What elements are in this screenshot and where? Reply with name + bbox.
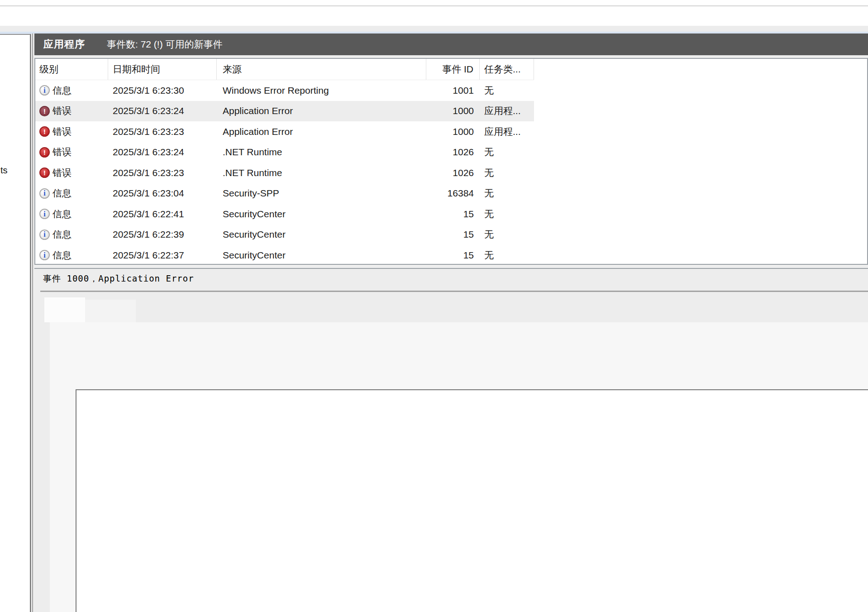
info-icon: i xyxy=(39,85,50,96)
column-header-task[interactable]: 任务类... xyxy=(480,59,534,80)
info-icon: i xyxy=(39,188,50,199)
event-details-pane: 事件 1000，Application Error xyxy=(34,268,868,612)
event-source: Security-SPP xyxy=(217,188,426,199)
column-header-datetime[interactable]: 日期和时间 xyxy=(108,59,217,80)
event-task-category: 无 xyxy=(480,187,534,200)
general-tab-content xyxy=(50,322,868,612)
error-icon: ! xyxy=(39,147,50,158)
general-line xyxy=(80,439,868,460)
event-source: SecurityCenter xyxy=(217,209,426,220)
general-line xyxy=(80,545,868,566)
event-datetime: 2025/3/1 6:23:04 xyxy=(108,188,217,199)
event-table-header: 级别 日期和时间 来源 事件 ID 任务类... xyxy=(35,59,534,80)
event-table-body: i 信息 2025/3/1 6:23:30 Windows Error Repo… xyxy=(35,80,534,265)
toolbar-strip xyxy=(0,26,868,32)
level-label: 信息 xyxy=(52,208,72,220)
table-row[interactable]: ! 错误 2025/3/1 6:23:23 Application Error … xyxy=(35,121,534,142)
general-line xyxy=(80,460,868,481)
level-label: 信息 xyxy=(52,84,72,97)
event-datetime: 2025/3/1 6:23:23 xyxy=(108,167,217,178)
general-line xyxy=(80,417,868,439)
event-detail-title: 事件 1000，Application Error xyxy=(43,273,194,285)
general-lines xyxy=(76,390,868,612)
detail-tab[interactable] xyxy=(44,297,85,322)
level-label: 信息 xyxy=(52,228,72,241)
level-cell: i 信息 xyxy=(35,249,108,262)
column-header-level[interactable]: 级别 xyxy=(35,59,108,80)
event-id: 1026 xyxy=(426,167,480,178)
info-icon: i xyxy=(39,209,50,219)
general-line xyxy=(80,524,868,545)
event-datetime: 2025/3/1 6:22:39 xyxy=(108,229,217,240)
level-cell: i 信息 xyxy=(35,208,108,220)
event-task-category: 应用程... xyxy=(480,105,534,117)
event-id: 1001 xyxy=(426,85,480,96)
level-label: 信息 xyxy=(52,249,72,262)
error-icon: ! xyxy=(39,167,50,178)
level-cell: ! 错误 xyxy=(35,146,108,158)
general-line xyxy=(80,502,868,524)
tree-item-label-fragment[interactable]: ts xyxy=(0,165,8,176)
event-source: .NET Runtime xyxy=(217,147,426,158)
log-header-bar: 应用程序 事件数: 72 (!) 可用的新事件 xyxy=(34,33,868,55)
event-datetime: 2025/3/1 6:23:23 xyxy=(108,126,217,137)
table-row[interactable]: ! 错误 2025/3/1 6:23:23 .NET Runtime 1026 … xyxy=(35,163,534,183)
general-text-box[interactable] xyxy=(76,389,868,612)
log-event-count-status: 事件数: 72 (!) 可用的新事件 xyxy=(107,38,223,51)
level-label: 错误 xyxy=(52,125,72,138)
table-row[interactable]: i 信息 2025/3/1 6:22:37 SecurityCenter 15 … xyxy=(35,245,534,265)
event-task-category: 无 xyxy=(480,84,534,97)
column-header-event-id[interactable]: 事件 ID xyxy=(426,59,480,80)
info-icon: i xyxy=(39,250,50,260)
level-cell: i 信息 xyxy=(35,187,108,200)
event-task-category: 无 xyxy=(480,228,534,241)
event-id: 1000 xyxy=(426,126,480,137)
event-id: 15 xyxy=(426,250,480,261)
detail-divider xyxy=(40,291,868,292)
level-label: 错误 xyxy=(52,167,72,179)
general-line xyxy=(80,396,868,417)
level-label: 错误 xyxy=(52,105,72,117)
event-task-category: 应用程... xyxy=(480,125,534,138)
level-cell: ! 错误 xyxy=(35,105,108,117)
table-row[interactable]: i 信息 2025/3/1 6:22:39 SecurityCenter 15 … xyxy=(35,225,534,245)
table-row[interactable]: i 信息 2025/3/1 6:23:04 Security-SPP 16384… xyxy=(35,183,534,204)
event-datetime: 2025/3/1 6:23:30 xyxy=(108,85,217,96)
table-row[interactable]: ! 错误 2025/3/1 6:23:24 Application Error … xyxy=(35,101,534,122)
level-cell: ! 错误 xyxy=(35,125,108,138)
info-icon: i xyxy=(39,230,50,240)
event-id: 1026 xyxy=(426,147,480,158)
column-header-source[interactable]: 来源 xyxy=(217,59,426,80)
event-source: .NET Runtime xyxy=(217,167,426,178)
general-line xyxy=(80,481,868,502)
table-row[interactable]: i 信息 2025/3/1 6:22:41 SecurityCenter 15 … xyxy=(35,204,534,225)
event-task-category: 无 xyxy=(480,208,534,220)
level-cell: i 信息 xyxy=(35,228,108,241)
error-icon: ! xyxy=(39,126,50,137)
detail-tabs xyxy=(44,297,136,322)
console-tree-pane[interactable]: ts t xyxy=(0,34,31,612)
general-line xyxy=(80,609,868,612)
event-source: SecurityCenter xyxy=(217,229,426,240)
detail-tab[interactable] xyxy=(85,300,136,322)
general-line xyxy=(80,588,868,609)
level-label: 错误 xyxy=(52,146,72,158)
event-id: 16384 xyxy=(426,188,480,199)
event-task-category: 无 xyxy=(480,146,534,158)
window-top-divider xyxy=(0,5,868,6)
event-id: 15 xyxy=(426,229,480,240)
event-source: Application Error xyxy=(217,126,426,137)
event-source: Application Error xyxy=(217,105,426,116)
table-row[interactable]: ! 错误 2025/3/1 6:23:24 .NET Runtime 1026 … xyxy=(35,142,534,163)
general-line xyxy=(80,566,868,588)
level-cell: i 信息 xyxy=(35,84,108,97)
level-cell: ! 错误 xyxy=(35,167,108,179)
event-source: Windows Error Reporting xyxy=(217,85,426,96)
table-row[interactable]: i 信息 2025/3/1 6:23:30 Windows Error Repo… xyxy=(35,80,534,101)
event-task-category: 无 xyxy=(480,167,534,179)
event-task-category: 无 xyxy=(480,249,534,262)
event-list-panel: 级别 日期和时间 来源 事件 ID 任务类... i 信息 2025/3/1 6… xyxy=(34,58,868,265)
level-label: 信息 xyxy=(52,187,72,200)
event-id: 1000 xyxy=(426,105,480,116)
event-id: 15 xyxy=(426,209,480,220)
